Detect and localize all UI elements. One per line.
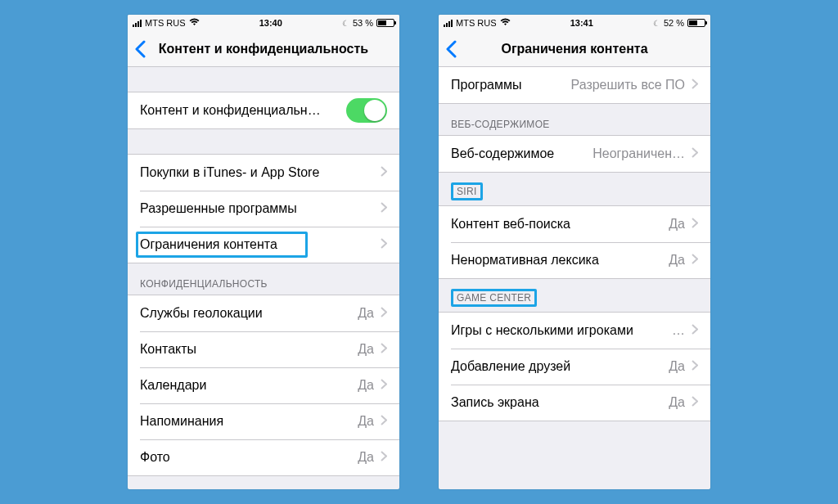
carrier-label: MTS RUS (456, 18, 497, 28)
row-photos[interactable]: Фото Да (128, 439, 399, 475)
row-label: Запись экрана (451, 395, 660, 410)
row-label: Игры с несколькими игроками (451, 323, 664, 338)
row-value: Да (669, 395, 685, 410)
chevron-right-icon (692, 323, 698, 338)
row-value: Да (358, 414, 374, 429)
battery-percent: 53 % (353, 18, 373, 28)
chevron-right-icon (381, 201, 387, 216)
battery-icon (687, 19, 705, 27)
section-header-siri: SIRI (439, 173, 710, 205)
row-value: Да (358, 378, 374, 393)
chevron-right-icon (692, 359, 698, 374)
chevron-right-icon (692, 78, 698, 92)
row-apps[interactable]: Программы Разрешить все ПО (439, 67, 710, 103)
row-content-privacy-toggle[interactable]: Контент и конфиденциальн… (128, 92, 399, 128)
row-label: Фото (140, 450, 349, 465)
row-label: Добавление друзей (451, 359, 660, 374)
chevron-right-icon (381, 342, 387, 357)
row-label: Программы (451, 78, 563, 92)
row-label: Ограничения контента (140, 237, 374, 252)
chevron-right-icon (381, 414, 387, 429)
battery-icon (376, 19, 394, 27)
row-screen-recording[interactable]: Запись экрана Да (439, 385, 710, 421)
chevron-right-icon (381, 306, 387, 321)
phone-left: MTS RUS 13:40 ☾ 53 % Контент и конфиденц… (128, 15, 399, 489)
chevron-right-icon (692, 395, 698, 410)
page-title: Контент и конфиденциальность (128, 42, 399, 56)
row-itunes-purchases[interactable]: Покупки в iTunes- и App Store (128, 155, 399, 191)
row-calendars[interactable]: Календари Да (128, 367, 399, 403)
chevron-right-icon (381, 450, 387, 465)
phone-right: MTS RUS 13:41 ☾ 52 % Ограничения контент… (439, 15, 710, 489)
dnd-icon: ☾ (653, 19, 660, 28)
row-value: Да (358, 450, 374, 465)
row-label: Службы геолокации (140, 306, 349, 321)
row-allowed-apps[interactable]: Разрешенные программы (128, 191, 399, 227)
carrier-label: MTS RUS (145, 18, 186, 28)
back-button[interactable] (445, 40, 457, 58)
wifi-icon (189, 18, 200, 28)
row-label: Разрешенные программы (140, 201, 374, 216)
nav-bar: Ограничения контента (439, 31, 710, 67)
row-value: Да (358, 306, 374, 321)
row-label: Веб-содержимое (451, 146, 584, 161)
page-title: Ограничения контента (439, 42, 710, 56)
chevron-right-icon (692, 253, 698, 268)
highlight-box: SIRI (451, 182, 483, 200)
row-label: Контент веб-поиска (451, 217, 660, 232)
battery-percent: 52 % (664, 18, 684, 28)
nav-bar: Контент и конфиденциальность (128, 31, 399, 67)
clock: 13:41 (570, 18, 593, 28)
row-content-restrictions[interactable]: Ограничения контента (128, 227, 399, 263)
row-value: Разрешить все ПО (571, 78, 685, 92)
row-value: Да (669, 253, 685, 268)
section-header-web: ВЕБ-СОДЕРЖИМОЕ (439, 104, 710, 135)
highlight-box: GAME CENTER (451, 289, 537, 307)
row-value: … (672, 323, 685, 338)
row-label: Покупки в iTunes- и App Store (140, 165, 374, 180)
clock: 13:40 (259, 18, 282, 28)
row-label: Ненормативная лексика (451, 253, 660, 268)
row-adding-friends[interactable]: Добавление друзей Да (439, 349, 710, 385)
chevron-right-icon (692, 217, 698, 232)
status-bar: MTS RUS 13:41 ☾ 52 % (439, 15, 710, 31)
status-bar: MTS RUS 13:40 ☾ 53 % (128, 15, 399, 31)
signal-icon (133, 20, 142, 27)
row-reminders[interactable]: Напоминания Да (128, 403, 399, 439)
row-multiplayer-games[interactable]: Игры с несколькими игроками … (439, 313, 710, 349)
row-value: Неограничен… (592, 146, 685, 161)
toggle-switch[interactable] (346, 98, 387, 123)
section-header-gamecenter: GAME CENTER (439, 279, 710, 312)
chevron-right-icon (381, 165, 387, 180)
section-header-privacy: КОНФИДЕНЦИАЛЬНОСТЬ (128, 263, 399, 295)
signal-icon (444, 20, 453, 27)
chevron-right-icon (381, 237, 387, 252)
row-location-services[interactable]: Службы геолокации Да (128, 295, 399, 331)
row-web-search-content[interactable]: Контент веб-поиска Да (439, 206, 710, 242)
chevron-right-icon (381, 378, 387, 393)
row-value: Да (669, 217, 685, 232)
chevron-right-icon (692, 146, 698, 161)
row-label: Календари (140, 378, 349, 393)
row-value: Да (358, 342, 374, 357)
row-value: Да (669, 359, 685, 374)
row-label: Напоминания (140, 414, 349, 429)
row-contacts[interactable]: Контакты Да (128, 331, 399, 367)
wifi-icon (500, 18, 511, 28)
row-explicit-language[interactable]: Ненормативная лексика Да (439, 242, 710, 278)
row-label: Контакты (140, 342, 349, 357)
dnd-icon: ☾ (342, 19, 349, 28)
row-label: Контент и конфиденциальн… (140, 103, 346, 118)
row-web-content[interactable]: Веб-содержимое Неограничен… (439, 136, 710, 172)
back-button[interactable] (134, 40, 146, 58)
